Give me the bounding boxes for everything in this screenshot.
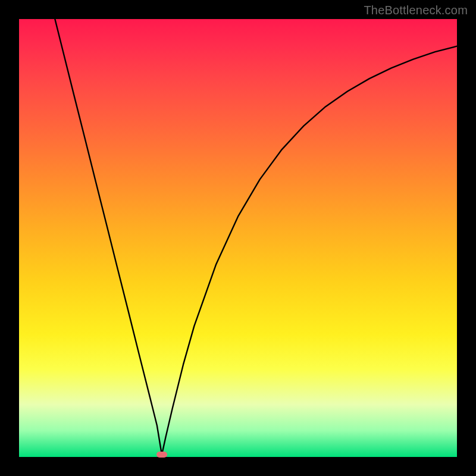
bottleneck-curve [19,19,457,457]
plot-area [19,19,457,457]
curve-path [55,19,457,455]
watermark-text: TheBottleneck.com [364,4,468,17]
minimum-marker [156,452,167,458]
chart-frame: TheBottleneck.com [0,0,476,476]
